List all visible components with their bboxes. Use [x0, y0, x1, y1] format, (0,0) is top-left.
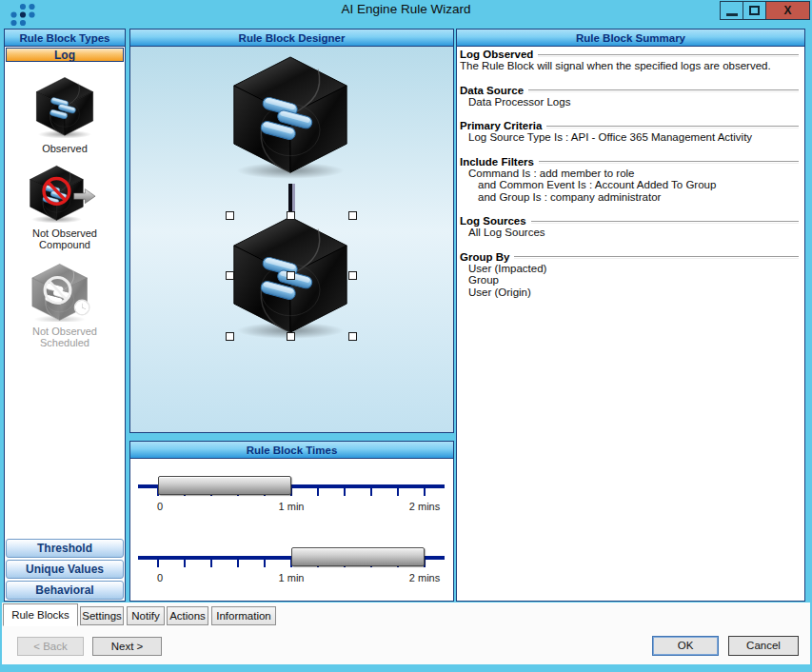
type-item-not-observed-compound[interactable]: Not Observed Compound	[11, 165, 118, 251]
tab-rule-blocks[interactable]: Rule Blocks	[3, 603, 78, 626]
bottom-bar: Rule Blocks Settings Notify Actions Info…	[2, 603, 810, 664]
designer-canvas[interactable]	[130, 47, 453, 432]
selection-handle[interactable]	[226, 332, 234, 341]
ai-engine-rule-wizard-window: AI Engine Rule Wizard X Rule Block Types…	[0, 0, 812, 672]
slider-tick	[157, 558, 159, 567]
slider-tick	[370, 486, 372, 496]
observed-cube-icon	[29, 76, 101, 139]
rule-block-summary-panel: Rule Block Summary Log Observed The Rule…	[456, 29, 805, 602]
rule-block-summary-header: Rule Block Summary	[457, 30, 804, 47]
section-title: Group By	[460, 251, 509, 263]
section-divider	[538, 54, 799, 57]
slider-label-1min: 1 min	[279, 572, 305, 583]
section-divider	[531, 221, 799, 224]
minimize-icon	[726, 13, 738, 16]
type-item-not-observed-scheduled: Not Observed Scheduled	[11, 263, 118, 349]
summary-section-data-source: Data Source Data Processor Logs	[460, 85, 799, 109]
unique-values-type-button[interactable]: Unique Values	[6, 560, 124, 579]
slider-tick	[397, 486, 399, 496]
summary-section-primary-criteria: Primary Criteria Log Source Type Is : AP…	[460, 120, 799, 144]
selection-handle[interactable]	[226, 211, 234, 220]
back-button[interactable]: < Back	[17, 637, 84, 656]
rule-block-types-header: Rule Block Types	[5, 30, 125, 47]
slider-tick	[317, 486, 319, 496]
summary-line: Data Processor Logs	[460, 96, 799, 109]
section-divider	[546, 126, 799, 128]
summary-line: Log Source Type Is : API - Office 365 Ma…	[460, 131, 799, 144]
rule-block-summary-body: Log Observed The Rule Block will signal …	[457, 47, 804, 298]
section-title: Include Filters	[460, 156, 534, 168]
time-slider-2[interactable]: 0 1 min 2 mins	[130, 532, 453, 599]
rule-block-times-header: Rule Block Times	[130, 442, 453, 459]
section-divider	[514, 256, 799, 259]
selection-handle[interactable]	[348, 211, 357, 220]
rule-block-designer-panel: Rule Block Designer	[129, 29, 454, 433]
slider-tick	[424, 486, 426, 496]
minimize-button[interactable]	[720, 1, 743, 20]
summary-line: and Group Is : company administrator	[460, 191, 799, 204]
summary-section-log-sources: Log Sources All Log Sources	[460, 215, 799, 239]
maximize-icon	[749, 6, 760, 15]
slider-tick	[184, 558, 186, 567]
summary-line: User (Origin)	[460, 287, 799, 299]
type-item-label: Not Observed Scheduled	[11, 326, 118, 349]
type-item-label: Observed	[11, 143, 118, 155]
summary-line: and Common Event Is : Account Added To G…	[460, 179, 799, 191]
behavioral-type-button[interactable]: Behavioral	[6, 581, 124, 600]
rule-block-designer-header: Rule Block Designer	[130, 30, 453, 47]
section-title: Log Observed	[460, 49, 533, 60]
section-divider	[539, 161, 799, 164]
next-button[interactable]: Next >	[92, 637, 162, 656]
tab-settings[interactable]: Settings	[80, 606, 124, 625]
selection-handle[interactable]	[287, 332, 295, 341]
tab-notify[interactable]: Notify	[127, 606, 165, 625]
selection-handle[interactable]	[348, 332, 357, 341]
maximize-button[interactable]	[743, 1, 766, 20]
section-divider	[528, 89, 799, 92]
summary-section-log-observed: Log Observed The Rule Block will signal …	[460, 49, 799, 72]
cancel-button[interactable]: Cancel	[728, 636, 799, 656]
slider-label-0: 0	[157, 572, 163, 583]
slider-label-1min: 1 min	[279, 501, 305, 512]
selection-handle[interactable]	[287, 211, 295, 220]
summary-line: Command Is : add member to role	[460, 168, 799, 180]
slider-range-bar[interactable]	[291, 547, 425, 566]
window-title: AI Engine Rule Wizard	[0, 2, 812, 16]
summary-line: Group	[460, 274, 799, 287]
ok-button[interactable]: OK	[652, 636, 719, 656]
summary-section-include-filters: Include Filters Command Is : add member …	[460, 156, 799, 204]
selection-handle[interactable]	[287, 271, 295, 280]
slider-tick	[210, 558, 212, 567]
close-button[interactable]: X	[765, 1, 810, 20]
slider-tick	[344, 486, 346, 496]
summary-line: The Rule Block will signal when the spec…	[460, 60, 799, 72]
not-observed-scheduled-icon	[29, 263, 101, 322]
rule-block-times-panel: Rule Block Times 0 1 min 2 mins 0 1 min …	[129, 441, 454, 602]
type-item-observed[interactable]: Observed	[11, 76, 118, 155]
slider-label-0: 0	[157, 501, 163, 512]
summary-line: User (Impacted)	[460, 263, 799, 275]
title-bar[interactable]: AI Engine Rule Wizard X	[0, 0, 812, 21]
threshold-type-button[interactable]: Threshold	[6, 539, 124, 558]
tab-actions[interactable]: Actions	[167, 606, 208, 625]
slider-tick	[264, 558, 266, 567]
rule-block-type-list: Observed Not Observed Compound	[5, 63, 125, 538]
time-slider-1[interactable]: 0 1 min 2 mins	[130, 461, 453, 527]
type-item-label: Not Observed Compound	[11, 227, 118, 251]
summary-section-group-by: Group By User (Impacted) Group User (Ori…	[460, 251, 799, 299]
slider-label-2mins: 2 mins	[409, 501, 440, 512]
slider-tick	[237, 558, 239, 567]
section-title: Primary Criteria	[460, 120, 542, 131]
log-type-button[interactable]: Log	[6, 48, 124, 62]
slider-range-bar[interactable]	[158, 476, 291, 495]
rule-block-times-body: 0 1 min 2 mins 0 1 min 2 mins	[130, 459, 453, 601]
section-title: Data Source	[460, 85, 524, 96]
slider-label-2mins: 2 mins	[409, 572, 440, 583]
not-observed-compound-icon	[28, 165, 102, 224]
designer-log-cube-1[interactable]	[229, 54, 351, 180]
section-title: Log Sources	[460, 215, 526, 227]
tab-information[interactable]: Information	[211, 606, 276, 625]
selection-handle[interactable]	[226, 271, 234, 280]
selection-handle[interactable]	[348, 271, 357, 280]
summary-line: All Log Sources	[460, 227, 799, 239]
